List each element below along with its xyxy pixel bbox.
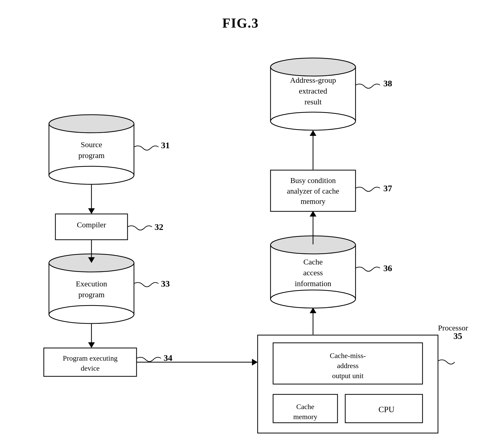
ref-31: 31 — [161, 140, 170, 150]
source-program-label: Sourceprogram — [62, 139, 121, 161]
svg-point-9 — [271, 290, 356, 308]
svg-point-6 — [49, 254, 134, 272]
svg-marker-22 — [88, 257, 95, 263]
svg-point-13 — [271, 112, 356, 130]
svg-point-1 — [49, 166, 134, 184]
svg-marker-24 — [88, 342, 95, 348]
svg-marker-28 — [310, 308, 316, 313]
svg-marker-26 — [252, 359, 258, 366]
svg-point-5 — [49, 305, 134, 323]
ref-38: 38 — [383, 79, 392, 88]
cpu-label: CPU — [353, 405, 420, 414]
ref-33: 33 — [161, 279, 170, 289]
svg-point-14 — [271, 58, 356, 76]
ref-37: 37 — [383, 184, 392, 193]
busy-condition-label: Busy conditionanalyzer of cachememory — [273, 175, 353, 207]
diagram: FIG.3 — [0, 0, 481, 448]
svg-marker-32 — [310, 130, 316, 136]
cache-access-info-label: Cacheaccessinformation — [282, 256, 344, 289]
ref-35: 35 — [453, 331, 462, 341]
program-executing-label: Program executingdevice — [46, 353, 134, 373]
ref-36: 36 — [383, 263, 392, 273]
ref-32: 32 — [155, 222, 163, 232]
svg-point-2 — [49, 115, 134, 133]
ref-34: 34 — [164, 353, 172, 363]
fig-title: FIG.3 — [222, 15, 259, 31]
address-group-label: Address-groupextractedresult — [273, 75, 353, 107]
execution-program-label: Executionprogram — [62, 278, 121, 300]
cache-miss-label: Cache-miss-addressoutput unit — [278, 351, 417, 381]
svg-point-10 — [271, 236, 356, 254]
processor-label: Processor — [438, 323, 468, 332]
svg-marker-30 — [310, 211, 316, 217]
compiler-label: Compiler — [62, 220, 121, 229]
cache-memory-label: Cachememory — [275, 402, 335, 422]
svg-marker-20 — [88, 208, 95, 214]
